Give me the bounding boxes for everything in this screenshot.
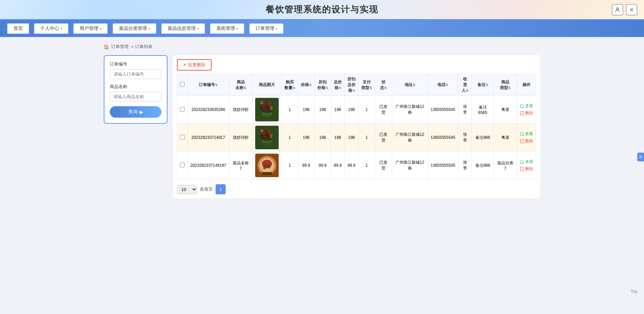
page-size-label: 条每页 — [200, 186, 213, 192]
svg-point-20 — [270, 133, 273, 139]
row-receiver: 张李 — [458, 96, 472, 124]
row-discount-total: 99.9 — [344, 152, 358, 180]
delete-button[interactable]: 删除 — [520, 138, 533, 144]
row-product-img — [252, 152, 281, 180]
sort-icon[interactable]: ⇅ — [446, 83, 448, 87]
sort-icon[interactable]: ⇅ — [384, 86, 387, 90]
th-address: 地址⇅ — [392, 74, 428, 96]
page-size-select[interactable]: 10 20 50 100 — [177, 185, 197, 194]
order-number-input[interactable] — [110, 69, 162, 79]
th-discount-price: 折扣价格⇅ — [314, 74, 331, 96]
row-price: 198 — [298, 96, 314, 124]
chevron-down-icon: ▾ — [100, 27, 101, 31]
page-title: 餐饮管理系统的设计与实现 — [266, 4, 378, 15]
svg-line-12 — [523, 107, 524, 108]
delete-button[interactable]: 删除 — [520, 110, 533, 116]
delete-button[interactable]: 删除 — [520, 166, 533, 172]
svg-line-24 — [523, 135, 524, 136]
sort-icon[interactable]: ⇅ — [486, 83, 488, 87]
order-number-label: 订单编号 — [110, 61, 162, 67]
row-product-name: 清炒河虾 — [229, 96, 252, 124]
select-all-checkbox[interactable] — [180, 82, 185, 87]
sort-icon[interactable]: ⇅ — [325, 86, 328, 90]
row-receiver: 张李 — [458, 152, 472, 180]
nav-item-order-mgmt[interactable]: 订单管理 ▾ — [249, 23, 284, 34]
row-quantity: 1 — [281, 96, 298, 124]
row-order-no: 202328233635266 — [188, 96, 229, 124]
delete-label: 删除 — [525, 138, 533, 144]
nav-item-system-mgmt[interactable]: 系统管理 ▾ — [210, 23, 245, 34]
nav-item-home[interactable]: 首页 — [7, 23, 30, 34]
sort-icon[interactable]: ⇅ — [243, 86, 246, 90]
sort-icon[interactable]: ⇅ — [338, 86, 341, 90]
svg-point-18 — [267, 130, 271, 134]
svg-rect-34 — [262, 172, 272, 175]
row-product-name: 菜品名称7 — [229, 152, 252, 180]
nav-item-category-mgmt[interactable]: 菜品分类管理 ▾ — [112, 23, 157, 34]
th-product-type: 商品类型⇅ — [494, 74, 517, 96]
th-price: 价格⇅ — [298, 74, 314, 96]
sort-icon[interactable]: ⇅ — [508, 86, 511, 90]
th-note: 备注⇅ — [472, 74, 494, 96]
row-discount-total: 198 — [344, 96, 358, 124]
row-discount-price: 99.9 — [314, 152, 331, 180]
row-address: 广州珠江新城12栋 — [392, 96, 428, 124]
view-button[interactable]: 查看 — [520, 159, 533, 165]
ai-label: Ai — [639, 155, 643, 159]
nav-label-system-mgmt: 系统管理 — [216, 26, 235, 32]
sort-icon[interactable]: ⇅ — [413, 83, 415, 87]
product-name-input[interactable] — [110, 92, 162, 102]
navigation: 首页 个人中心 ▾ 用户管理 ▾ 菜品分类管理 ▾ 菜品信息管理 ▾ 系统管理 … — [0, 20, 644, 37]
nav-label-home: 首页 — [13, 26, 23, 32]
chevron-down-icon: ▾ — [60, 27, 62, 31]
th-actions: 操作 — [517, 74, 536, 96]
row-checkbox[interactable] — [180, 135, 185, 140]
sort-icon[interactable]: ⇅ — [215, 83, 218, 87]
row-pay-type: 1 — [358, 152, 375, 180]
row-note: 备注988 — [472, 124, 494, 152]
chevron-down-icon: ▾ — [148, 27, 150, 31]
nav-item-dish-info-mgmt[interactable]: 菜品信息管理 ▾ — [161, 23, 205, 34]
arrow-icon: ▶ — [140, 109, 143, 115]
nav-item-user-mgmt[interactable]: 用户管理 ▾ — [73, 23, 108, 34]
svg-point-35 — [520, 160, 523, 163]
sort-icon[interactable]: ⇅ — [369, 86, 372, 90]
sort-icon[interactable]: ⇅ — [352, 89, 355, 92]
query-button[interactable]: 查询 ▶ — [110, 106, 162, 118]
table-row: 2023282337149197 菜品名称7 1 99.9 99.9 99.9 … — [177, 152, 536, 180]
sort-icon[interactable]: ⇅ — [466, 89, 468, 92]
view-button[interactable]: 查看 — [520, 131, 533, 137]
pagination: 10 20 50 100 条每页 1 — [177, 184, 536, 194]
row-receiver: 张李 — [458, 124, 472, 152]
nav-label-dish-info-mgmt: 菜品信息管理 — [168, 26, 196, 32]
svg-point-7 — [263, 107, 268, 112]
view-button[interactable]: 查看 — [520, 103, 533, 109]
row-actions: 查看 删除 — [517, 96, 536, 124]
page-1-button[interactable]: 1 — [216, 184, 226, 194]
close-icon-button[interactable] — [626, 4, 637, 15]
row-address: 广州珠江新城12栋 — [392, 152, 428, 180]
table-row: 202328233635266 清炒河虾 1 198 198 198 198 1 — [177, 96, 536, 124]
batch-delete-button[interactable]: ✕ 批量删除 — [177, 59, 212, 71]
sort-icon[interactable]: ⇅ — [309, 83, 312, 87]
nav-item-personal[interactable]: 个人中心 ▾ — [34, 23, 69, 34]
delete-label: 删除 — [525, 166, 533, 172]
chevron-down-icon: ▾ — [236, 27, 238, 31]
row-checkbox[interactable] — [180, 107, 185, 112]
table-header-row: 订单编号⇅ 商品名称⇅ 商品图片 购买数量⇅ 价格⇅ 折扣价格⇅ 总价格⇅ 折扣… — [177, 74, 536, 96]
row-product-img — [252, 96, 281, 124]
row-price: 99.9 — [298, 152, 314, 180]
user-icon-button[interactable] — [612, 4, 623, 15]
th-phone: 电话⇅ — [428, 74, 458, 96]
sort-icon[interactable]: ⇅ — [292, 86, 295, 90]
sidebar: 订单编号 商品名称 查询 ▶ — [104, 55, 168, 124]
orders-table: 订单编号⇅ 商品名称⇅ 商品图片 购买数量⇅ 价格⇅ 折扣价格⇅ 总价格⇅ 折扣… — [177, 74, 536, 180]
svg-point-9 — [262, 112, 272, 117]
row-checkbox-cell — [177, 96, 188, 124]
th-product-name: 商品名称⇅ — [229, 74, 252, 96]
svg-point-8 — [270, 105, 273, 111]
row-checkbox[interactable] — [180, 163, 185, 167]
breadcrumb-path: 订单管理 -> 订单列表 — [111, 44, 152, 50]
table-row: 202328233714917 清炒河虾 1 198 198 198 198 1 — [177, 124, 536, 152]
row-actions: 查看 删除 — [517, 152, 536, 180]
